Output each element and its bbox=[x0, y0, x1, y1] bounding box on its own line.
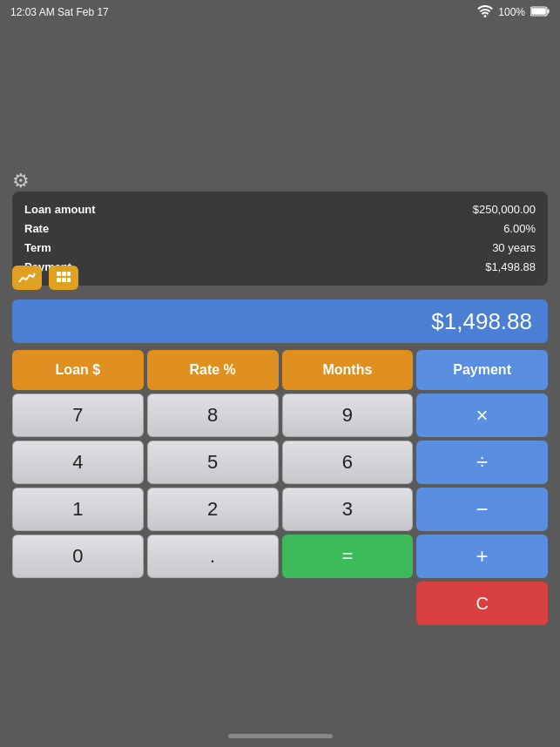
key-6[interactable]: 6 bbox=[282, 441, 414, 484]
info-row-1: Rate6.00% bbox=[24, 219, 536, 239]
info-row-0: Loan amount$250,000.00 bbox=[24, 200, 536, 219]
keypad-row-0eq: 0 . = + bbox=[12, 535, 548, 578]
key-decimal[interactable]: . bbox=[147, 535, 279, 578]
battery-icon bbox=[530, 6, 550, 19]
keypad-header-row: Loan $ Rate % Months Payment bbox=[12, 350, 548, 390]
info-value-3: $1,498.88 bbox=[485, 258, 536, 277]
svg-rect-2 bbox=[531, 8, 546, 15]
key-3[interactable]: 3 bbox=[282, 488, 414, 531]
info-row-2: Term30 years bbox=[24, 239, 536, 258]
key-5[interactable]: 5 bbox=[147, 441, 279, 484]
key-9[interactable]: 9 bbox=[282, 394, 414, 437]
months-header[interactable]: Months bbox=[282, 350, 414, 390]
loan-header[interactable]: Loan $ bbox=[12, 350, 144, 390]
chart-button[interactable] bbox=[12, 266, 42, 290]
gear-icon[interactable]: ⚙ bbox=[12, 170, 30, 192]
icon-row bbox=[12, 266, 78, 290]
info-label-0: Loan amount bbox=[24, 200, 96, 219]
svg-rect-4 bbox=[62, 272, 66, 276]
key-4[interactable]: 4 bbox=[12, 441, 144, 484]
key-clear[interactable]: C bbox=[416, 582, 548, 625]
key-multiply[interactable]: × bbox=[416, 394, 548, 437]
status-bar: 12:03 AM Sat Feb 17 100% bbox=[0, 0, 560, 24]
rate-header[interactable]: Rate % bbox=[147, 350, 279, 390]
svg-rect-8 bbox=[67, 278, 71, 282]
svg-rect-1 bbox=[548, 9, 550, 13]
key-7[interactable]: 7 bbox=[12, 394, 144, 437]
key-1[interactable]: 1 bbox=[12, 488, 144, 531]
keypad-row-456: 4 5 6 ÷ bbox=[12, 441, 548, 484]
key-0[interactable]: 0 bbox=[12, 535, 144, 578]
info-label-2: Term bbox=[24, 239, 51, 258]
info-value-2: 30 years bbox=[492, 239, 536, 258]
info-value-1: 6.00% bbox=[503, 219, 536, 239]
key-subtract[interactable]: − bbox=[416, 488, 548, 531]
key-add[interactable]: + bbox=[416, 535, 548, 578]
display-value: $1,498.88 bbox=[431, 308, 532, 335]
display: $1,498.88 bbox=[12, 299, 548, 343]
info-row-3: Payment$1,498.88 bbox=[24, 258, 536, 277]
info-value-0: $250,000.00 bbox=[473, 200, 536, 219]
svg-rect-5 bbox=[67, 272, 71, 276]
svg-rect-6 bbox=[57, 278, 61, 282]
keypad-row-clear: C bbox=[12, 582, 548, 625]
battery-label: 100% bbox=[498, 6, 525, 18]
keypad-row-123: 1 2 3 − bbox=[12, 488, 548, 531]
key-8[interactable]: 8 bbox=[147, 394, 279, 437]
key-2[interactable]: 2 bbox=[147, 488, 279, 531]
keypad-row-789: 7 8 9 × bbox=[12, 394, 548, 437]
keypad: Loan $ Rate % Months Payment 7 8 9 × 4 5… bbox=[12, 350, 548, 629]
settings-area[interactable]: ⚙ bbox=[12, 170, 30, 192]
key-equals[interactable]: = bbox=[282, 535, 414, 578]
grid-button[interactable] bbox=[49, 266, 78, 290]
status-time-date: 12:03 AM Sat Feb 17 bbox=[10, 6, 109, 18]
wifi-icon bbox=[477, 5, 493, 20]
home-indicator bbox=[228, 734, 333, 738]
info-label-1: Rate bbox=[24, 219, 49, 239]
payment-header[interactable]: Payment bbox=[416, 350, 548, 390]
key-divide[interactable]: ÷ bbox=[416, 441, 548, 484]
info-panel: Loan amount$250,000.00Rate6.00%Term30 ye… bbox=[12, 192, 548, 286]
svg-rect-3 bbox=[57, 272, 61, 276]
svg-rect-7 bbox=[62, 278, 66, 282]
